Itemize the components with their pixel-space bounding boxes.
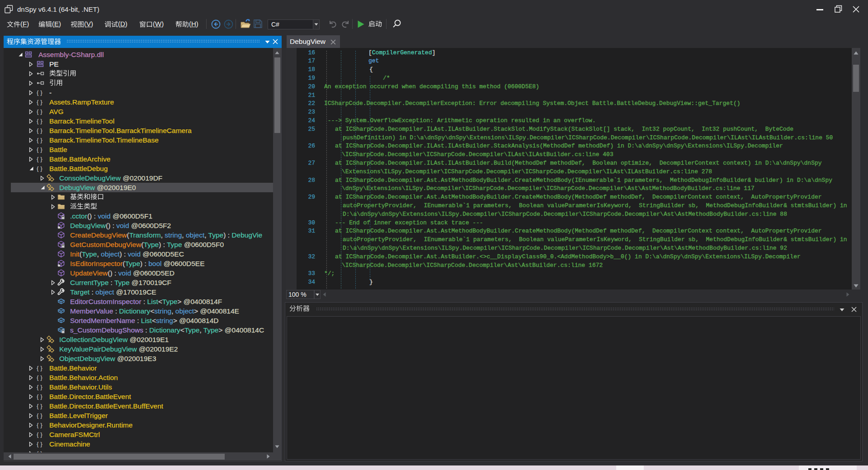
svg-text:{ }: { } — [37, 118, 42, 124]
svg-text:{ }: { } — [37, 127, 42, 134]
svg-text:{ }: { } — [37, 393, 42, 400]
svg-text:{ }: { } — [37, 422, 42, 428]
svg-text:{ }: { } — [37, 441, 42, 447]
svg-text:{ }: { } — [37, 403, 42, 409]
svg-text:{ }: { } — [37, 374, 42, 381]
svg-text:{ }: { } — [37, 137, 42, 143]
svg-text:{ }: { } — [37, 431, 42, 438]
svg-text:{ }: { } — [37, 108, 42, 115]
svg-text:{ }: { } — [37, 384, 42, 390]
svg-text:{ }: { } — [37, 165, 42, 172]
svg-text:{ }: { } — [37, 156, 42, 162]
svg-text:{ }: { } — [37, 146, 42, 153]
svg-text:{ }: { } — [37, 99, 42, 105]
svg-text:{ }: { } — [37, 89, 42, 96]
svg-text:{ }: { } — [37, 412, 42, 419]
svg-text:{ }: { } — [37, 365, 42, 371]
